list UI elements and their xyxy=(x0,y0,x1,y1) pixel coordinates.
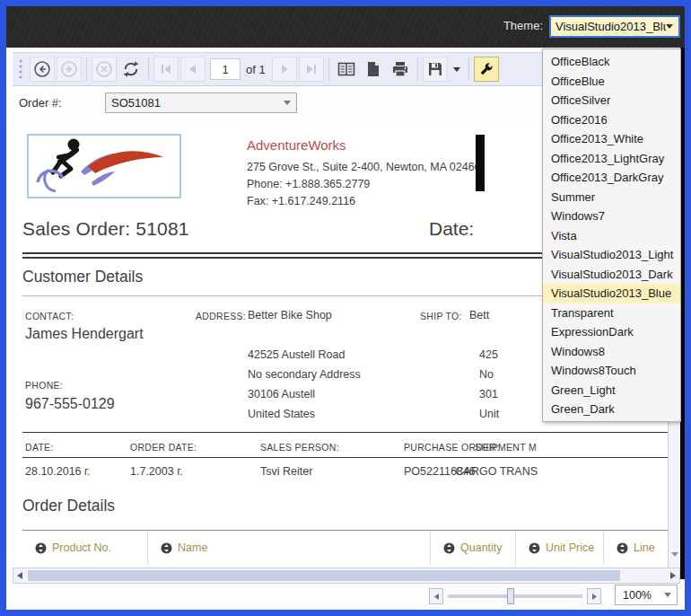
save-button[interactable] xyxy=(423,57,448,82)
cancel-button[interactable] xyxy=(92,57,117,82)
print-button[interactable] xyxy=(388,57,413,82)
address-line: 30106 Austell xyxy=(248,384,315,404)
last-page-button[interactable] xyxy=(299,57,324,82)
toolbar-separator xyxy=(148,57,149,81)
order-details-heading: Order Details xyxy=(22,497,115,515)
theme-bar: Theme: VisualStudio2013_Blue xyxy=(6,6,685,48)
chevron-down-icon xyxy=(284,101,291,105)
info-sales-person-value: Tsvi Reiter xyxy=(260,462,312,481)
wrench-icon xyxy=(478,61,494,77)
order-number-label: Order #: xyxy=(19,96,62,110)
zoom-slider-track[interactable] xyxy=(448,594,582,598)
theme-option[interactable]: Office2013_White xyxy=(543,129,680,149)
contact-label: CONTACT: xyxy=(25,311,74,321)
zoom-level-value: 100% xyxy=(616,589,664,602)
single-page-view-button[interactable] xyxy=(361,57,386,82)
toolbar-separator xyxy=(86,57,87,81)
contact-name: James Hendergart xyxy=(25,326,144,342)
two-page-view-icon xyxy=(337,61,355,77)
chevron-down-icon xyxy=(666,24,673,29)
theme-option[interactable]: Windows7 xyxy=(543,207,680,226)
chevron-down-icon xyxy=(453,67,460,72)
toolbar-separator xyxy=(417,57,418,81)
parameters-button[interactable] xyxy=(474,57,499,82)
barcode-image xyxy=(476,135,485,191)
company-address: 275 Grove St., Suite 2-400, Newton, MA 0… xyxy=(247,159,481,176)
order-number-value: SO51081 xyxy=(106,96,284,110)
theme-option[interactable]: VisualStudio2013_Dark xyxy=(543,265,680,285)
previous-page-icon xyxy=(186,62,200,76)
address-line: United States xyxy=(248,404,315,424)
theme-option[interactable]: Vista xyxy=(543,226,680,246)
ship-to-line: Unit xyxy=(479,404,499,424)
info-date-value: 28.10.2016 г. xyxy=(25,462,91,481)
sort-icon xyxy=(161,542,172,554)
theme-option[interactable]: Summer xyxy=(543,188,680,207)
ship-to-label: SHIP TO: xyxy=(420,311,462,321)
phone-value: 967-555-0129 xyxy=(25,396,115,412)
theme-dropdown-list: OfficeBlack OfficeBlue OfficeSilver Offi… xyxy=(542,48,681,422)
info-order-date-label: ORDER DATE: xyxy=(130,442,197,453)
zoom-out-button[interactable] xyxy=(429,588,443,604)
theme-option[interactable]: OfficeSilver xyxy=(543,91,680,110)
theme-option[interactable]: OfficeBlue xyxy=(543,72,680,92)
arrow-left-icon xyxy=(433,593,440,601)
order-number-combobox[interactable]: SO51081 xyxy=(105,92,297,113)
theme-combobox[interactable]: VisualStudio2013_Blue xyxy=(549,15,680,38)
zoom-level-combobox[interactable]: 100% xyxy=(615,585,678,605)
theme-option[interactable]: Windows8 xyxy=(543,342,680,362)
grip-icon[interactable] xyxy=(18,59,23,79)
date-label: Date: xyxy=(429,218,474,240)
toolbar-separator xyxy=(468,57,469,81)
page-number-input[interactable]: 1 xyxy=(210,58,241,80)
column-label: Unit Price xyxy=(546,541,594,554)
theme-option[interactable]: Office2013_LightGray xyxy=(543,149,680,169)
scroll-down-icon[interactable] xyxy=(670,550,679,558)
zoom-slider-thumb[interactable] xyxy=(507,588,514,604)
phone-label: PHONE: xyxy=(25,380,63,391)
theme-option[interactable]: Green_Dark xyxy=(543,400,680,419)
company-fax: Fax: +1.617.249.2116 xyxy=(247,193,481,210)
scroll-left-icon[interactable] xyxy=(13,569,26,582)
cyclist-logo-image xyxy=(29,136,179,197)
theme-option[interactable]: VisualStudio2013_Light xyxy=(543,245,680,265)
toolbar-separator xyxy=(328,57,329,81)
info-shipment-value: CARGO TRANS xyxy=(455,462,538,481)
column-label: Product No. xyxy=(52,541,111,554)
scroll-right-icon[interactable] xyxy=(667,569,679,582)
theme-option[interactable]: Transparent xyxy=(543,304,680,323)
address-line: 42525 Austell Road xyxy=(248,345,345,365)
horizontal-scrollbar-thumb[interactable] xyxy=(28,570,620,581)
ship-to-line: No xyxy=(479,365,494,384)
company-name: AdventureWorks xyxy=(247,137,346,153)
theme-option[interactable]: Office2016 xyxy=(543,110,680,130)
zoom-slider[interactable] xyxy=(429,588,601,604)
chevron-down-icon xyxy=(664,593,671,597)
theme-option[interactable]: Green_Light xyxy=(543,381,680,400)
theme-option[interactable]: ExpressionDark xyxy=(543,322,680,342)
next-page-button[interactable] xyxy=(272,57,297,82)
save-options-button[interactable] xyxy=(450,57,464,82)
forward-button[interactable] xyxy=(57,57,82,82)
two-page-view-button[interactable] xyxy=(334,57,359,82)
column-label: Name xyxy=(178,541,207,554)
page-count-label: of 1 xyxy=(246,63,266,76)
column-header-product-no[interactable]: Product No. xyxy=(22,531,148,565)
save-icon xyxy=(427,61,443,77)
theme-option-selected[interactable]: VisualStudio2013_Blue xyxy=(543,284,680,304)
theme-label: Theme: xyxy=(503,19,543,32)
column-header-quantity[interactable]: Quantity xyxy=(431,531,516,565)
theme-option[interactable]: Office2013_DarkGray xyxy=(543,168,680,188)
previous-page-button[interactable] xyxy=(180,57,206,82)
first-page-button[interactable] xyxy=(153,57,179,82)
horizontal-scrollbar[interactable] xyxy=(13,568,680,584)
theme-option[interactable]: OfficeBlack xyxy=(543,52,680,72)
column-header-unit-price[interactable]: Unit Price xyxy=(516,531,604,565)
column-header-name[interactable]: Name xyxy=(148,531,431,565)
refresh-button[interactable] xyxy=(118,57,144,82)
theme-option[interactable]: Windows8Touch xyxy=(543,361,680,381)
back-button[interactable] xyxy=(30,57,55,82)
zoom-in-button[interactable] xyxy=(587,588,601,604)
ship-to-line: 301 xyxy=(479,384,498,404)
company-phone: Phone: +1.888.365.2779 xyxy=(247,176,481,193)
